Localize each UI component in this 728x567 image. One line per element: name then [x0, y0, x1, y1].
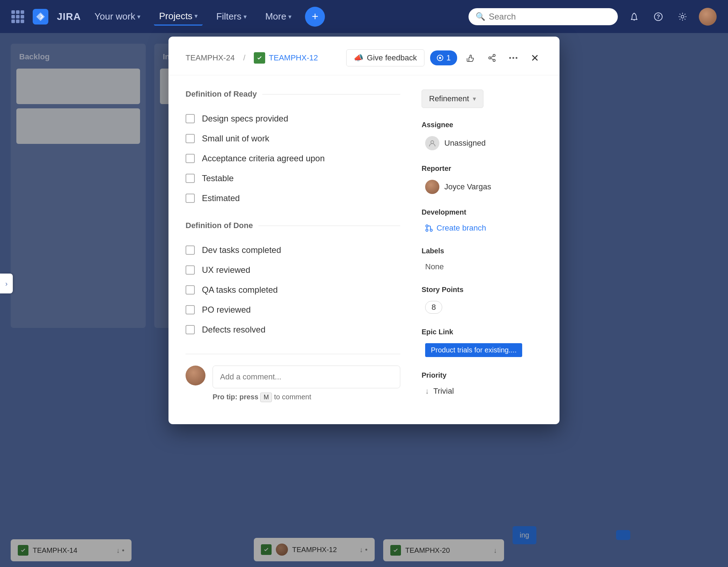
done-section-header: Definition of Done [186, 221, 400, 230]
chevron-down-icon: ▾ [288, 13, 291, 21]
checklist-label: Estimated [202, 193, 240, 203]
section-divider-line [262, 94, 400, 94]
checklist-item[interactable]: Defects resolved [186, 320, 400, 340]
checkbox[interactable] [186, 194, 195, 203]
priority-label: Priority [422, 371, 542, 379]
checklist-item[interactable]: Estimated [186, 188, 400, 208]
modal-right-panel: Refinement ▾ Assignee Unassigned [422, 90, 542, 410]
checklist-item[interactable]: UX reviewed [186, 260, 400, 280]
chevron-down-icon: ▾ [243, 13, 247, 21]
create-branch-button[interactable]: Create branch [422, 221, 542, 236]
nav-filters[interactable]: Filters ▾ [211, 8, 252, 25]
story-points-badge[interactable]: 8 [425, 301, 442, 314]
nav-more[interactable]: More ▾ [260, 8, 296, 25]
keyboard-shortcut-key: M [260, 393, 272, 402]
breadcrumb-issue-key[interactable]: TEAMPHX-12 [269, 53, 318, 63]
labels-field: Labels None [422, 247, 542, 274]
checklist-label: Small unit of work [202, 134, 269, 144]
checklist-item[interactable]: Small unit of work [186, 129, 400, 148]
notifications-button[interactable] [626, 9, 642, 25]
nav-your-work[interactable]: Your work ▾ [90, 8, 146, 25]
checkbox[interactable] [186, 245, 195, 255]
comment-input[interactable] [213, 366, 400, 388]
story-points-field: Story Points 8 [422, 286, 542, 317]
ready-section-header: Definition of Ready [186, 90, 400, 99]
svg-point-6 [439, 57, 441, 59]
ready-checklist: Design specs provided Small unit of work… [186, 109, 400, 208]
share-button[interactable] [484, 50, 500, 66]
sprint-selector[interactable]: Refinement ▾ [422, 90, 483, 108]
epic-link-label: Epic Link [422, 328, 542, 336]
modal-body: Definition of Ready Design specs provide… [168, 75, 560, 424]
checkbox[interactable] [186, 174, 195, 183]
checklist-label: Dev tasks completed [202, 245, 281, 255]
section-divider-line [258, 226, 400, 226]
breadcrumb-parent[interactable]: TEAMPHX-24 [186, 53, 235, 63]
svg-point-10 [509, 57, 511, 59]
sidebar-expand-button[interactable]: › [0, 274, 13, 293]
settings-button[interactable] [675, 9, 690, 25]
search-bar[interactable]: 🔍 [469, 8, 618, 25]
user-avatar[interactable] [699, 8, 717, 26]
checkbox[interactable] [186, 265, 195, 275]
assignee-label: Assignee [422, 121, 542, 129]
svg-point-16 [430, 229, 432, 231]
jira-logo [33, 9, 48, 25]
checkbox[interactable] [186, 114, 195, 123]
reporter-value[interactable]: Joyce Vargas [422, 177, 542, 197]
ready-section-title: Definition of Ready [186, 90, 257, 99]
checkbox[interactable] [186, 285, 195, 295]
checkbox[interactable] [186, 134, 195, 143]
nav-projects[interactable]: Projects ▾ [154, 8, 203, 26]
checklist-item[interactable]: PO reviewed [186, 300, 400, 320]
checklist-item[interactable]: QA tasks completed [186, 280, 400, 300]
thumbs-up-button[interactable] [463, 50, 478, 66]
checklist-item[interactable]: Dev tasks completed [186, 240, 400, 260]
svg-text:?: ? [657, 14, 660, 20]
modal-left-panel: Definition of Ready Design specs provide… [186, 90, 400, 410]
help-button[interactable]: ? [651, 9, 666, 25]
checkbox[interactable] [186, 305, 195, 314]
close-button[interactable]: ✕ [527, 50, 542, 66]
priority-value[interactable]: ↓ Trivial [422, 384, 542, 399]
checkbox[interactable] [186, 154, 195, 163]
checklist-item[interactable]: Testable [186, 168, 400, 188]
create-button[interactable]: + [305, 7, 325, 27]
topnav: JIRA Your work ▾ Projects ▾ Filters ▾ Mo… [0, 0, 728, 33]
modal-overlay: TEAMPHX-24 / TEAMPHX-12 📣 Give feedback [0, 33, 728, 567]
unassigned-avatar [425, 136, 439, 150]
checklist-label: Acceptance criteria agreed upon [202, 153, 325, 163]
watch-button[interactable]: 1 [430, 50, 457, 65]
comment-area: Pro tip: press M to comment [186, 354, 400, 402]
checklist-item[interactable]: Design specs provided [186, 109, 400, 129]
svg-point-15 [426, 229, 428, 231]
svg-point-3 [681, 15, 684, 18]
svg-point-12 [516, 57, 518, 59]
checklist-label: Testable [202, 173, 234, 183]
search-input[interactable] [489, 12, 611, 22]
assignee-value[interactable]: Unassigned [422, 133, 542, 153]
labels-label: Labels [422, 247, 542, 255]
more-options-button[interactable] [505, 50, 521, 66]
chevron-down-icon: ▾ [473, 95, 476, 103]
story-points-label: Story Points [422, 286, 542, 294]
development-field: Development Create branch [422, 208, 542, 236]
svg-point-9 [493, 59, 495, 61]
comment-tip: Pro tip: press M to comment [213, 393, 400, 402]
development-label: Development [422, 208, 542, 216]
grid-menu-icon[interactable] [11, 10, 24, 23]
reporter-avatar [425, 180, 439, 194]
comment-input-wrap: Pro tip: press M to comment [213, 366, 400, 402]
epic-link-value[interactable]: Product trials for existing.... [425, 343, 522, 357]
modal-header: TEAMPHX-24 / TEAMPHX-12 📣 Give feedback [168, 37, 560, 75]
checklist-item[interactable]: Acceptance criteria agreed upon [186, 148, 400, 168]
svg-point-7 [493, 54, 495, 56]
comment-user-avatar [186, 366, 205, 385]
feedback-button[interactable]: 📣 Give feedback [346, 49, 424, 66]
reporter-label: Reporter [422, 164, 542, 173]
checklist-label: UX reviewed [202, 265, 250, 275]
svg-point-0 [633, 19, 635, 21]
labels-value[interactable]: None [422, 259, 542, 274]
checklist-label: Defects resolved [202, 325, 266, 335]
checkbox[interactable] [186, 325, 195, 334]
